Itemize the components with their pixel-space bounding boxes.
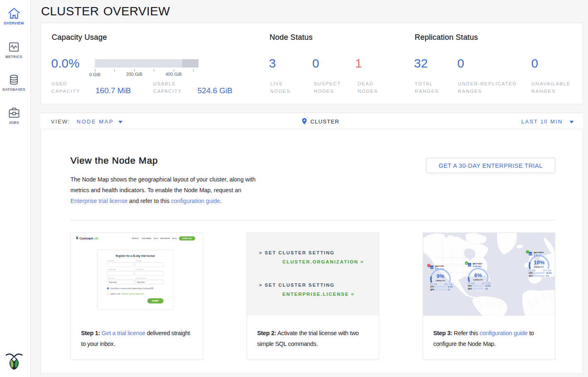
svg-text:58.3%: 58.3% (546, 272, 552, 274)
svg-text:RESOURCES: RESOURCES (160, 237, 170, 239)
svg-text:65.7 GiB: 65.7 GiB (482, 282, 491, 285)
svg-text:QPS: QPS (468, 288, 472, 290)
svg-text:geo=ams: geo=ams (534, 251, 544, 254)
svg-text:CAPACITY: CAPACITY (436, 280, 445, 282)
svg-text:geo=nyc: geo=nyc (473, 262, 482, 265)
svg-text:geo=sfo: geo=sfo (435, 265, 444, 267)
svg-text:Register for a 30-day trial li: Register for a 30-day trial license (116, 254, 155, 258)
svg-text:0.0: 0.0 (485, 288, 488, 290)
svg-text:Please Select: Please Select (109, 281, 117, 283)
svg-text:3.7 GiB: 3.7 GiB (467, 282, 475, 285)
svg-text:10%: 10% (534, 259, 544, 266)
svg-text:CPU: CPU (430, 286, 434, 288)
svg-text:3.6 GiB: 3.6 GiB (528, 269, 536, 272)
svg-text:Please Select: Please Select (137, 281, 145, 283)
svg-text:CPU: CPU (529, 272, 533, 274)
svg-text:11.0%: 11.0% (448, 286, 453, 288)
svg-text:BLOG: BLOG (172, 237, 177, 239)
svg-text:LABS: LABS (94, 237, 99, 240)
svg-text:6%: 6% (474, 272, 482, 278)
svg-text:33.1 GiB: 33.1 GiB (444, 283, 453, 285)
svg-text:COMPANY NAME: COMPANY NAME (107, 269, 116, 271)
svg-text:COMPANY EMAIL: COMPANY EMAIL (136, 269, 144, 271)
svg-text:3.2 GiB: 3.2 GiB (430, 283, 437, 285)
svg-text:DOWNLOAD: DOWNLOAD (182, 237, 192, 239)
svg-text:4.7: 4.7 (448, 289, 450, 291)
svg-text:CUSTOMERS: CUSTOMERS (142, 237, 151, 239)
svg-text:Software License Agreement.: Software License Agreement. (121, 293, 145, 295)
svg-text:I would like to receive email: I would like to receive email updates ab… (110, 288, 154, 290)
svg-text:2 Nodes: 2 Nodes (473, 265, 482, 268)
svg-text:PROJECT PHASE: PROJECT PHASE (107, 278, 115, 279)
svg-text:I agree to the: I agree to the (110, 293, 121, 295)
svg-text:CAPACITY: CAPACITY (534, 266, 544, 268)
svg-text:42.5%: 42.5% (485, 285, 491, 287)
svg-text:LAST NAME: LAST NAME (136, 260, 142, 262)
svg-text:34.4 GiB: 34.4 GiB (543, 269, 552, 272)
svg-text:FIRST NAME: FIRST NAME (107, 260, 114, 262)
svg-text:CPU: CPU (468, 285, 472, 287)
svg-text:SUBMIT: SUBMIT (152, 300, 159, 302)
svg-text:REASON FOR INTEREST: REASON FOR INTEREST (136, 278, 147, 279)
svg-text:PRODUCT: PRODUCT (132, 237, 139, 239)
svg-text:QPS: QPS (430, 289, 434, 291)
svg-text:CAPACITY: CAPACITY (473, 279, 483, 281)
svg-text:DOCS: DOCS (154, 237, 158, 239)
svg-text:Cockroach: Cockroach (80, 237, 94, 240)
svg-text:9%: 9% (437, 273, 445, 279)
svg-text:QPS: QPS (529, 275, 533, 277)
svg-text:0.4: 0.4 (546, 275, 549, 277)
